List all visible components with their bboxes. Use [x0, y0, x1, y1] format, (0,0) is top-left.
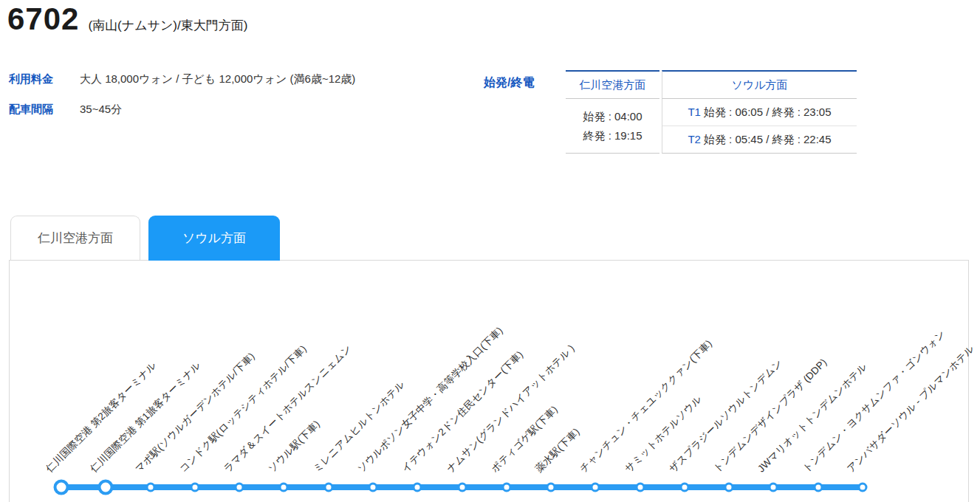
- station-dot: [679, 483, 689, 492]
- station-dot: [769, 483, 778, 492]
- seoul-t1-times-cell: T1始発 : 06:05 / 終発 : 23:05: [662, 99, 857, 126]
- station-dot: [413, 483, 422, 492]
- interval-row: 配車間隔 35~45分: [9, 103, 355, 117]
- incheon-times-cell: 始発 : 04:00 終発 : 19:15: [566, 99, 659, 154]
- incheon-last-bus: 終発 : 19:15: [566, 126, 659, 145]
- direction-tabs: 仁川空港方面 ソウル方面: [10, 216, 280, 260]
- tab-seoul-label: ソウル方面: [182, 230, 246, 247]
- station-dot: [190, 483, 199, 492]
- seoul-t2-times-cell: T2始発 : 05:45 / 終発 : 22:45: [662, 126, 857, 154]
- station-dot: [54, 480, 69, 495]
- fare-info-block: 利用料金 大人 18,000ウォン / 子ども 12,000ウォン (満6歳~1…: [9, 72, 355, 133]
- station-dot: [591, 483, 600, 492]
- station-label: サミットホテルソウル: [622, 393, 705, 475]
- terminal-2-label: T2: [688, 133, 701, 145]
- first-last-bus-label: 始発/終電: [484, 75, 534, 91]
- column-header-seoul: ソウル方面: [662, 70, 857, 99]
- route-number: 6702: [7, 1, 79, 37]
- station-dot: [635, 483, 645, 492]
- route-map: 仁川国際空港 第2旅客ターミナル仁川国際空港 第1旅客ターミナルマポ駅(ソウルガ…: [10, 261, 968, 502]
- interval-value: 35~45分: [80, 103, 122, 117]
- fare-value: 大人 18,000ウォン / 子ども 12,000ウォン (満6歳~12歳): [80, 72, 355, 86]
- tab-incheon-direction[interactable]: 仁川空港方面: [10, 216, 140, 260]
- station-dot: [279, 483, 289, 492]
- station-dot: [235, 483, 244, 492]
- incheon-first-bus: 始発 : 04:00: [566, 107, 659, 126]
- tab-seoul-direction[interactable]: ソウル方面: [148, 216, 280, 261]
- station-dot: [145, 483, 155, 492]
- first-last-bus-table: 仁川空港方面 ソウル方面 始発 : 04:00 終発 : 19:15 T1始発 …: [563, 70, 859, 154]
- seoul-t2-times: 始発 : 05:45 / 終発 : 22:45: [704, 133, 832, 145]
- station-dot: [858, 483, 868, 492]
- table-row: 始発 : 04:00 終発 : 19:15 T1始発 : 06:05 / 終発 …: [566, 99, 857, 126]
- column-header-incheon: 仁川空港方面: [566, 70, 659, 99]
- station-dot: [724, 483, 734, 492]
- tab-incheon-label: 仁川空港方面: [38, 230, 113, 247]
- seoul-t1-times: 始発 : 06:05 / 終発 : 23:05: [704, 106, 832, 118]
- station-dot: [457, 483, 467, 492]
- station-dot: [323, 483, 333, 492]
- station-dot: [501, 483, 511, 492]
- station-dot: [813, 483, 823, 492]
- interval-label: 配車間隔: [9, 103, 80, 117]
- bus-route-page: 6702 (南山(ナムサン)/東大門方面) 利用料金 大人 18,000ウォン …: [0, 0, 980, 502]
- station-dot: [98, 480, 114, 495]
- fare-label: 利用料金: [9, 72, 80, 86]
- fare-row: 利用料金 大人 18,000ウォン / 子ども 12,000ウォン (満6歳~1…: [9, 72, 355, 86]
- page-title: 6702 (南山(ナムサン)/東大門方面): [7, 1, 247, 37]
- station-dot: [368, 483, 377, 492]
- route-name: (南山(ナムサン)/東大門方面): [88, 17, 247, 34]
- route-panel: 仁川国際空港 第2旅客ターミナル仁川国際空港 第1旅客ターミナルマポ駅(ソウルガ…: [9, 260, 969, 502]
- terminal-1-label: T1: [688, 106, 701, 118]
- station-dot: [546, 483, 556, 492]
